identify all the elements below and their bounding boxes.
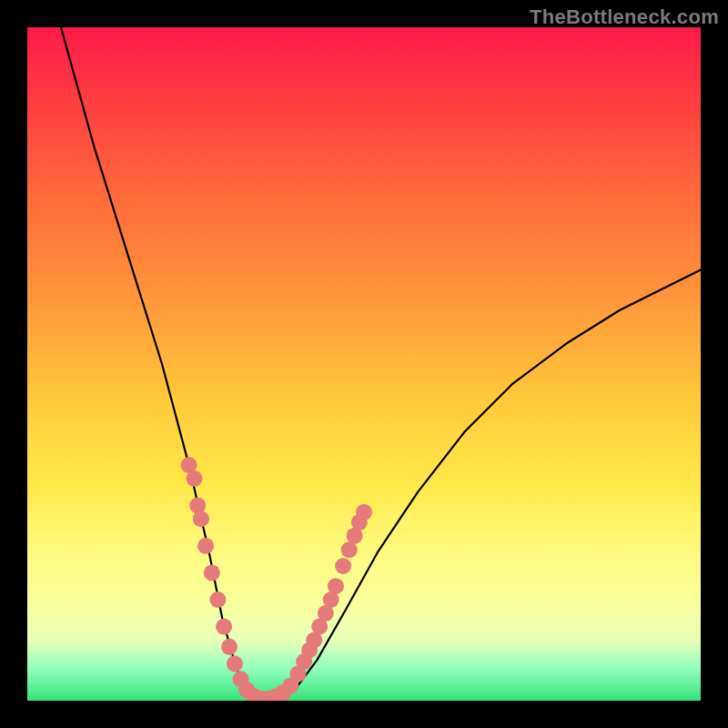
data-point-dot <box>227 655 243 672</box>
data-point-dot <box>193 511 209 527</box>
data-point-dot <box>221 639 238 655</box>
plot-area <box>27 27 701 701</box>
data-point-dot <box>328 578 344 594</box>
data-point-dot <box>204 564 220 581</box>
overlay-dots <box>181 457 372 701</box>
data-point-dot <box>216 619 232 635</box>
data-point-dot <box>335 558 351 574</box>
chart-frame: TheBottleneck.com <box>0 0 728 728</box>
data-point-dot <box>209 592 226 608</box>
bottleneck-curve <box>61 27 701 701</box>
data-point-dot <box>187 470 203 487</box>
data-point-dot <box>197 538 214 554</box>
data-point-dot <box>341 541 358 558</box>
bottleneck-chart <box>27 27 701 701</box>
attribution-watermark: TheBottleneck.com <box>530 5 719 29</box>
data-point-dot <box>356 504 372 521</box>
